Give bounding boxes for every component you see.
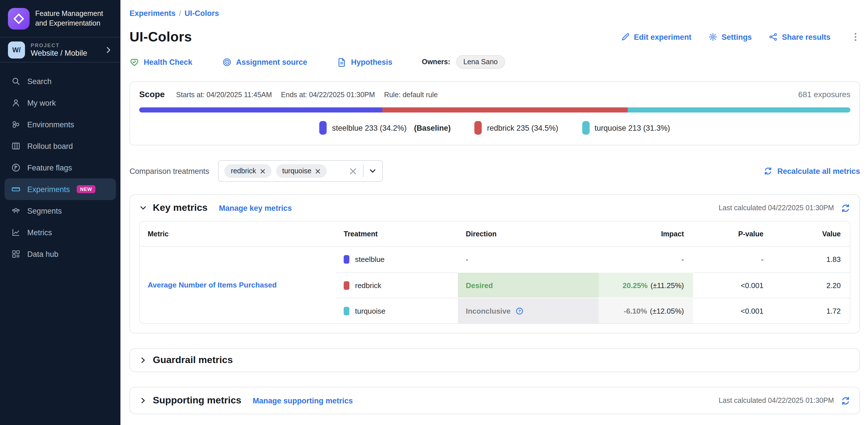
experiment-sublinks: Health Check Assignment source Hypothesi… <box>129 55 860 69</box>
key-metrics-card: Key metrics Manage key metrics Last calc… <box>129 194 860 334</box>
people-icon <box>11 206 21 215</box>
project-badge: W/ <box>8 41 25 58</box>
person-icon <box>11 98 21 108</box>
p-value-cell: <0.001 <box>693 298 773 323</box>
collapse-chevron-down-icon[interactable] <box>139 204 147 212</box>
hypothesis-link[interactable]: Hypothesis <box>337 57 393 67</box>
refresh-icon[interactable] <box>841 203 850 213</box>
scope-starts-at: Starts at: 04/20/2025 11:45AM <box>176 91 272 99</box>
owners-label: Owners: <box>422 58 450 66</box>
exposure-segment-redbrick <box>382 108 628 113</box>
expand-chevron-right-icon[interactable] <box>139 397 147 404</box>
treatments-select[interactable]: redbrick turquoise <box>218 160 383 182</box>
manage-key-metrics-link[interactable]: Manage key metrics <box>219 204 292 212</box>
key-metrics-table: Metric Treatment Direction Impact P-valu… <box>139 221 850 324</box>
baseline-label: (Baseline) <box>414 124 451 132</box>
key-metrics-title: Key metrics <box>153 202 208 214</box>
app-logo-block[interactable]: Feature Management and Experimentation <box>0 0 120 37</box>
title-row: UI-Colors Edit experiment Settings Share… <box>129 29 860 45</box>
exposure-legend: steelblue 233 (34.2%) (Baseline) redbric… <box>139 121 850 135</box>
remove-chip-icon[interactable] <box>260 169 265 174</box>
heart-check-icon <box>129 57 139 67</box>
exposure-segment-steelblue <box>139 108 382 113</box>
owner-pill[interactable]: Lena Sano <box>456 55 505 69</box>
supporting-last-calculated: Last calculated 04/22/2025 01:30PM <box>719 396 850 405</box>
turquoise-swatch <box>344 307 349 315</box>
column-header-metric: Metric <box>140 221 336 247</box>
guardrail-metrics-card: Guardrail metrics <box>129 348 860 372</box>
project-name: Website / Mobile <box>31 49 99 57</box>
legend-item-steelblue: steelblue 233 (34.2%) (Baseline) <box>319 121 451 135</box>
refresh-icon[interactable] <box>841 396 850 405</box>
sidebar-item-experiments[interactable]: Experiments NEW <box>4 178 116 200</box>
project-label: PROJECT <box>31 42 99 48</box>
select-divider <box>363 165 364 177</box>
sidebar-item-environments[interactable]: Environments <box>4 114 116 135</box>
metric-link[interactable]: Average Number of Items Purchased <box>148 281 277 289</box>
svg-text:?: ? <box>518 308 521 313</box>
key-metrics-header: Key metrics Manage key metrics Last calc… <box>139 202 850 214</box>
line-chart-icon <box>11 228 21 237</box>
more-options-button[interactable] <box>851 32 860 42</box>
sidebar-item-rollout-board[interactable]: Rollout board <box>4 135 116 157</box>
exposure-bar <box>139 108 850 113</box>
expand-chevron-right-icon[interactable] <box>139 356 147 364</box>
gear-icon <box>708 32 717 41</box>
recalculate-all-metrics-button[interactable]: Recalculate all metrics <box>764 166 860 176</box>
manage-supporting-metrics-link[interactable]: Manage supporting metrics <box>253 396 353 405</box>
health-check-link[interactable]: Health Check <box>129 57 192 67</box>
assignment-source-link[interactable]: Assignment source <box>222 57 307 67</box>
settings-button[interactable]: Settings <box>708 32 752 41</box>
page-title: UI-Colors <box>129 29 192 45</box>
breadcrumb-current-link[interactable]: UI-Colors <box>185 9 219 18</box>
sidebar-item-search[interactable]: Search <box>4 70 116 92</box>
target-icon <box>222 57 231 67</box>
breadcrumb-experiments-link[interactable]: Experiments <box>129 9 176 18</box>
supporting-metrics-card: Supporting metrics Manage supporting met… <box>129 387 860 414</box>
clear-selection-icon[interactable] <box>350 167 357 175</box>
scope-rule: Rule: default rule <box>384 91 438 99</box>
treatment-cell-redbrick: redbrick <box>336 272 458 298</box>
sidebar-item-data-hub[interactable]: Data hub <box>4 243 116 265</box>
metric-name-cell: Average Number of Items Purchased <box>140 247 336 323</box>
edit-experiment-button[interactable]: Edit experiment <box>621 32 692 41</box>
direction-cell-inconclusive: Inconclusive ? <box>458 298 599 323</box>
value-cell: 1.83 <box>773 247 850 272</box>
breadcrumb-separator: / <box>179 9 181 18</box>
exposures-count: 681 exposures <box>798 90 850 99</box>
share-icon <box>769 32 778 41</box>
chip-turquoise: turquoise <box>276 164 327 178</box>
column-header-treatment: Treatment <box>336 221 458 247</box>
chevron-down-icon[interactable] <box>369 167 377 175</box>
guardrail-metrics-title: Guardrail metrics <box>153 355 233 366</box>
sidebar-item-metrics[interactable]: Metrics <box>4 221 116 243</box>
redbrick-swatch <box>475 121 482 135</box>
sidebar-nav: Search My work Environments Rollout boar… <box>0 62 120 265</box>
scope-card: Scope Starts at: 04/20/2025 11:45AM Ends… <box>129 81 860 146</box>
project-switcher[interactable]: W/ PROJECT Website / Mobile <box>0 37 120 62</box>
help-question-icon[interactable]: ? <box>515 307 524 315</box>
sidebar-item-feature-flags[interactable]: Feature flags <box>4 157 116 178</box>
document-icon <box>337 57 346 67</box>
grid-squares-icon <box>11 249 21 259</box>
impact-cell: 20.25% (±11.25%) <box>599 272 693 298</box>
redbrick-swatch <box>344 281 349 290</box>
refresh-icon <box>764 166 773 176</box>
flag-circle-icon <box>11 163 21 172</box>
new-badge: NEW <box>77 185 95 193</box>
sidebar-item-my-work[interactable]: My work <box>4 92 116 114</box>
scope-title: Scope <box>139 89 165 99</box>
hexagons-icon <box>11 120 21 129</box>
sidebar-item-label: Feature flags <box>27 163 72 172</box>
remove-chip-icon[interactable] <box>315 169 320 174</box>
exposure-segment-turquoise <box>628 108 850 113</box>
value-cell: 2.20 <box>773 272 850 298</box>
sidebar-item-segments[interactable]: Segments <box>4 200 116 221</box>
sidebar-item-label: My work <box>27 98 56 107</box>
search-icon <box>11 77 21 86</box>
scope-header: Scope Starts at: 04/20/2025 11:45AM Ends… <box>139 89 850 99</box>
app-logo-icon <box>8 8 30 29</box>
comparison-label: Comparison treatments <box>129 167 209 175</box>
share-results-button[interactable]: Share results <box>769 32 831 41</box>
sidebar-item-label: Data hub <box>27 250 59 258</box>
